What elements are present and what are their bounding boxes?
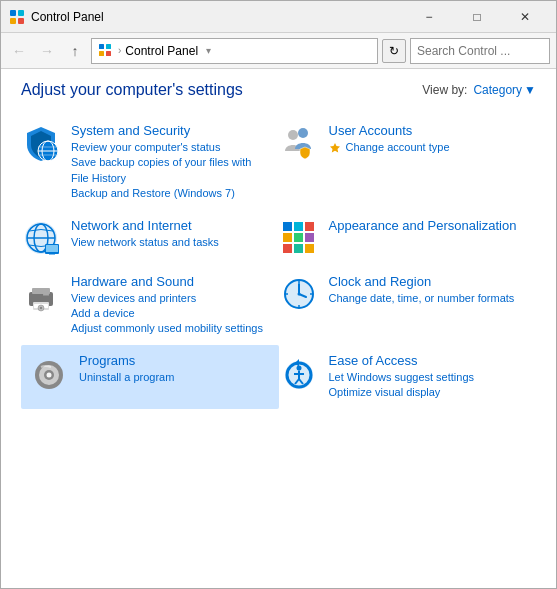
category-hardware: Hardware and Sound View devices and prin… bbox=[21, 266, 279, 345]
svg-rect-5 bbox=[106, 44, 111, 49]
ease-access-content: Ease of Access Let Windows suggest setti… bbox=[329, 353, 529, 401]
appearance-title[interactable]: Appearance and Personalization bbox=[329, 218, 529, 233]
svg-rect-30 bbox=[294, 244, 303, 253]
search-box[interactable]: 🔍 bbox=[410, 38, 550, 64]
window-title: Control Panel bbox=[31, 10, 406, 24]
svg-rect-28 bbox=[305, 233, 314, 242]
category-ease-access: Ease of Access Let Windows suggest setti… bbox=[279, 345, 537, 409]
network-status-link[interactable]: View network status and tasks bbox=[71, 235, 271, 250]
search-input[interactable] bbox=[417, 44, 557, 58]
content-header: Adjust your computer's settings View by:… bbox=[21, 81, 536, 99]
view-by-chevron-icon: ▼ bbox=[524, 83, 536, 97]
user-accounts-content: User Accounts Change account type bbox=[329, 123, 529, 155]
control-panel-icon bbox=[9, 9, 25, 25]
category-system-security: System and Security Review your computer… bbox=[21, 115, 279, 210]
appearance-icon bbox=[279, 218, 319, 258]
svg-rect-29 bbox=[283, 244, 292, 253]
programs-icon bbox=[29, 353, 69, 393]
svg-point-54 bbox=[296, 365, 301, 370]
svg-rect-4 bbox=[99, 44, 104, 49]
hardware-title[interactable]: Hardware and Sound bbox=[71, 274, 271, 289]
system-status-link[interactable]: Review your computer's status bbox=[71, 140, 271, 155]
svg-rect-1 bbox=[18, 10, 24, 16]
categories-grid: System and Security Review your computer… bbox=[21, 115, 536, 409]
breadcrumb-separator: › bbox=[118, 45, 121, 56]
category-user-accounts: User Accounts Change account type bbox=[279, 115, 537, 210]
network-title[interactable]: Network and Internet bbox=[71, 218, 271, 233]
minimize-button[interactable]: − bbox=[406, 1, 452, 33]
refresh-button[interactable]: ↻ bbox=[382, 39, 406, 63]
svg-rect-22 bbox=[51, 252, 54, 254]
view-by-label: View by: bbox=[422, 83, 467, 97]
user-accounts-icon bbox=[279, 123, 319, 163]
windows-suggest-link[interactable]: Let Windows suggest settings bbox=[329, 370, 529, 385]
svg-rect-7 bbox=[106, 51, 111, 56]
svg-rect-2 bbox=[10, 18, 16, 24]
svg-point-13 bbox=[288, 130, 298, 140]
visual-display-link[interactable]: Optimize visual display bbox=[329, 385, 529, 400]
uninstall-link[interactable]: Uninstall a program bbox=[79, 370, 271, 385]
change-account-link[interactable]: Change account type bbox=[329, 140, 529, 155]
maximize-button[interactable]: □ bbox=[454, 1, 500, 33]
svg-point-51 bbox=[47, 372, 52, 377]
breadcrumb-icon bbox=[98, 43, 114, 59]
svg-rect-6 bbox=[99, 51, 104, 56]
close-button[interactable]: ✕ bbox=[502, 1, 548, 33]
category-appearance: Appearance and Personalization bbox=[279, 210, 537, 266]
svg-point-14 bbox=[298, 128, 308, 138]
page-title: Adjust your computer's settings bbox=[21, 81, 243, 99]
clock-title[interactable]: Clock and Region bbox=[329, 274, 529, 289]
svg-rect-38 bbox=[43, 294, 49, 296]
svg-rect-25 bbox=[305, 222, 314, 231]
system-security-icon bbox=[21, 123, 61, 163]
system-security-title[interactable]: System and Security bbox=[71, 123, 271, 138]
forward-button[interactable]: → bbox=[35, 39, 59, 63]
svg-rect-26 bbox=[283, 233, 292, 242]
main-content: Adjust your computer's settings View by:… bbox=[1, 69, 556, 589]
system-security-content: System and Security Review your computer… bbox=[71, 123, 271, 202]
up-button[interactable]: ↑ bbox=[63, 39, 87, 63]
breadcrumb-bar[interactable]: › Control Panel ▾ bbox=[91, 38, 378, 64]
date-time-link[interactable]: Change date, time, or number formats bbox=[329, 291, 529, 306]
svg-rect-23 bbox=[283, 222, 292, 231]
svg-rect-0 bbox=[10, 10, 16, 16]
hardware-content: Hardware and Sound View devices and prin… bbox=[71, 274, 271, 337]
network-icon bbox=[21, 218, 61, 258]
mobility-settings-link[interactable]: Adjust commonly used mobility settings bbox=[71, 321, 271, 336]
file-history-link[interactable]: Save backup copies of your files with Fi… bbox=[71, 155, 271, 186]
network-content: Network and Internet View network status… bbox=[71, 218, 271, 250]
user-accounts-title[interactable]: User Accounts bbox=[329, 123, 529, 138]
title-bar: Control Panel − □ ✕ bbox=[1, 1, 556, 33]
backup-restore-link[interactable]: Backup and Restore (Windows 7) bbox=[71, 186, 271, 201]
address-bar: ← → ↑ › Control Panel ▾ ↻ 🔍 bbox=[1, 33, 556, 69]
clock-icon bbox=[279, 274, 319, 314]
back-button[interactable]: ← bbox=[7, 39, 31, 63]
svg-rect-3 bbox=[18, 18, 24, 24]
view-by-control: View by: Category ▼ bbox=[422, 83, 536, 97]
category-programs: Programs Uninstall a program bbox=[21, 345, 279, 409]
programs-content: Programs Uninstall a program bbox=[79, 353, 271, 385]
category-network: Network and Internet View network status… bbox=[21, 210, 279, 266]
breadcrumb-chevron-icon: ▾ bbox=[206, 45, 211, 56]
hardware-icon bbox=[21, 274, 61, 314]
view-by-value: Category bbox=[473, 83, 522, 97]
svg-rect-31 bbox=[305, 244, 314, 253]
breadcrumb-path: Control Panel bbox=[125, 44, 198, 58]
svg-rect-33 bbox=[32, 288, 50, 294]
clock-content: Clock and Region Change date, time, or n… bbox=[329, 274, 529, 306]
window-controls: − □ ✕ bbox=[406, 1, 548, 33]
programs-title[interactable]: Programs bbox=[79, 353, 271, 368]
add-device-link[interactable]: Add a device bbox=[71, 306, 271, 321]
svg-rect-27 bbox=[294, 233, 303, 242]
svg-point-37 bbox=[40, 307, 42, 309]
view-by-button[interactable]: Category ▼ bbox=[473, 83, 536, 97]
appearance-content: Appearance and Personalization bbox=[329, 218, 529, 235]
svg-rect-24 bbox=[294, 222, 303, 231]
devices-printers-link[interactable]: View devices and printers bbox=[71, 291, 271, 306]
category-clock: Clock and Region Change date, time, or n… bbox=[279, 266, 537, 345]
ease-access-icon bbox=[279, 353, 319, 393]
svg-rect-20 bbox=[46, 245, 58, 252]
ease-access-title[interactable]: Ease of Access bbox=[329, 353, 529, 368]
